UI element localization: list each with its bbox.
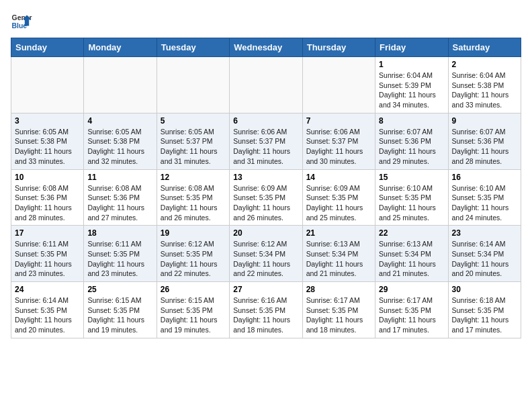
day-info: Sunrise: 6:09 AM Sunset: 5:35 PM Dayligh… bbox=[233, 183, 298, 223]
day-info: Sunrise: 6:04 AM Sunset: 5:38 PM Dayligh… bbox=[452, 71, 517, 110]
calendar-cell: 30Sunrise: 6:18 AM Sunset: 5:35 PM Dayli… bbox=[448, 282, 521, 338]
day-info: Sunrise: 6:15 AM Sunset: 5:35 PM Dayligh… bbox=[87, 295, 152, 335]
calendar-cell: 27Sunrise: 6:16 AM Sunset: 5:35 PM Dayli… bbox=[230, 282, 302, 338]
day-info: Sunrise: 6:08 AM Sunset: 5:35 PM Dayligh… bbox=[161, 183, 226, 223]
logo: General Blue bbox=[11, 11, 32, 32]
logo-icon: General Blue bbox=[11, 11, 32, 32]
calendar-week-row: 1Sunrise: 6:04 AM Sunset: 5:39 PM Daylig… bbox=[11, 57, 521, 113]
day-number: 9 bbox=[452, 116, 517, 126]
day-header-friday: Friday bbox=[375, 38, 448, 57]
calendar-cell: 14Sunrise: 6:09 AM Sunset: 5:35 PM Dayli… bbox=[302, 169, 375, 226]
day-info: Sunrise: 6:08 AM Sunset: 5:36 PM Dayligh… bbox=[87, 183, 152, 223]
day-info: Sunrise: 6:10 AM Sunset: 5:35 PM Dayligh… bbox=[452, 183, 517, 223]
day-number: 30 bbox=[452, 285, 517, 294]
day-number: 19 bbox=[161, 228, 226, 238]
day-number: 3 bbox=[15, 116, 80, 126]
day-number: 21 bbox=[306, 228, 371, 238]
calendar-cell: 17Sunrise: 6:11 AM Sunset: 5:35 PM Dayli… bbox=[11, 226, 84, 282]
day-info: Sunrise: 6:08 AM Sunset: 5:36 PM Dayligh… bbox=[15, 183, 80, 223]
day-info: Sunrise: 6:17 AM Sunset: 5:35 PM Dayligh… bbox=[306, 295, 371, 335]
calendar-cell: 4Sunrise: 6:05 AM Sunset: 5:38 PM Daylig… bbox=[84, 113, 157, 169]
day-info: Sunrise: 6:11 AM Sunset: 5:35 PM Dayligh… bbox=[15, 239, 80, 279]
day-info: Sunrise: 6:12 AM Sunset: 5:35 PM Dayligh… bbox=[161, 239, 226, 279]
day-header-saturday: Saturday bbox=[448, 38, 521, 57]
day-number: 25 bbox=[87, 285, 152, 294]
calendar-cell: 1Sunrise: 6:04 AM Sunset: 5:39 PM Daylig… bbox=[375, 57, 448, 113]
day-number: 28 bbox=[306, 285, 371, 294]
calendar-cell: 8Sunrise: 6:07 AM Sunset: 5:36 PM Daylig… bbox=[375, 113, 448, 169]
day-info: Sunrise: 6:17 AM Sunset: 5:35 PM Dayligh… bbox=[379, 295, 444, 335]
day-number: 18 bbox=[87, 228, 152, 238]
calendar-cell: 18Sunrise: 6:11 AM Sunset: 5:35 PM Dayli… bbox=[84, 226, 157, 282]
day-number: 8 bbox=[379, 116, 444, 126]
day-info: Sunrise: 6:05 AM Sunset: 5:38 PM Dayligh… bbox=[15, 127, 80, 167]
day-info: Sunrise: 6:12 AM Sunset: 5:34 PM Dayligh… bbox=[233, 239, 298, 279]
day-info: Sunrise: 6:18 AM Sunset: 5:35 PM Dayligh… bbox=[452, 295, 517, 335]
day-number: 22 bbox=[379, 228, 444, 238]
calendar-cell: 23Sunrise: 6:14 AM Sunset: 5:34 PM Dayli… bbox=[448, 226, 521, 282]
calendar-cell: 16Sunrise: 6:10 AM Sunset: 5:35 PM Dayli… bbox=[448, 169, 521, 226]
calendar-cell bbox=[230, 57, 302, 113]
calendar-cell: 22Sunrise: 6:13 AM Sunset: 5:34 PM Dayli… bbox=[375, 226, 448, 282]
day-number: 23 bbox=[452, 228, 517, 238]
calendar-header-row: SundayMondayTuesdayWednesdayThursdayFrid… bbox=[11, 38, 521, 57]
calendar-cell: 10Sunrise: 6:08 AM Sunset: 5:36 PM Dayli… bbox=[11, 169, 84, 226]
calendar-cell: 28Sunrise: 6:17 AM Sunset: 5:35 PM Dayli… bbox=[302, 282, 375, 338]
day-number: 2 bbox=[452, 60, 517, 69]
calendar-cell: 9Sunrise: 6:07 AM Sunset: 5:36 PM Daylig… bbox=[448, 113, 521, 169]
day-info: Sunrise: 6:05 AM Sunset: 5:37 PM Dayligh… bbox=[161, 127, 226, 167]
day-number: 15 bbox=[379, 173, 444, 182]
calendar-cell: 13Sunrise: 6:09 AM Sunset: 5:35 PM Dayli… bbox=[230, 169, 302, 226]
day-number: 1 bbox=[379, 60, 444, 69]
calendar-table: SundayMondayTuesdayWednesdayThursdayFrid… bbox=[11, 38, 521, 338]
calendar-cell bbox=[157, 57, 229, 113]
day-number: 13 bbox=[233, 173, 298, 182]
day-info: Sunrise: 6:05 AM Sunset: 5:38 PM Dayligh… bbox=[87, 127, 152, 167]
day-info: Sunrise: 6:09 AM Sunset: 5:35 PM Dayligh… bbox=[306, 183, 371, 223]
calendar-week-row: 3Sunrise: 6:05 AM Sunset: 5:38 PM Daylig… bbox=[11, 113, 521, 169]
day-number: 11 bbox=[87, 173, 152, 182]
day-number: 16 bbox=[452, 173, 517, 182]
calendar-cell: 2Sunrise: 6:04 AM Sunset: 5:38 PM Daylig… bbox=[448, 57, 521, 113]
day-header-monday: Monday bbox=[84, 38, 157, 57]
day-header-wednesday: Wednesday bbox=[230, 38, 302, 57]
day-number: 29 bbox=[379, 285, 444, 294]
calendar-cell: 6Sunrise: 6:06 AM Sunset: 5:37 PM Daylig… bbox=[230, 113, 302, 169]
day-number: 27 bbox=[233, 285, 298, 294]
day-header-thursday: Thursday bbox=[302, 38, 375, 57]
day-info: Sunrise: 6:16 AM Sunset: 5:35 PM Dayligh… bbox=[233, 295, 298, 335]
day-info: Sunrise: 6:10 AM Sunset: 5:35 PM Dayligh… bbox=[379, 183, 444, 223]
calendar-week-row: 10Sunrise: 6:08 AM Sunset: 5:36 PM Dayli… bbox=[11, 169, 521, 226]
day-info: Sunrise: 6:14 AM Sunset: 5:34 PM Dayligh… bbox=[452, 239, 517, 279]
day-number: 10 bbox=[15, 173, 80, 182]
calendar-cell: 29Sunrise: 6:17 AM Sunset: 5:35 PM Dayli… bbox=[375, 282, 448, 338]
calendar-cell bbox=[302, 57, 375, 113]
day-info: Sunrise: 6:13 AM Sunset: 5:34 PM Dayligh… bbox=[379, 239, 444, 279]
calendar-cell bbox=[84, 57, 157, 113]
day-header-tuesday: Tuesday bbox=[157, 38, 229, 57]
day-info: Sunrise: 6:04 AM Sunset: 5:39 PM Dayligh… bbox=[379, 71, 444, 110]
day-number: 14 bbox=[306, 173, 371, 182]
day-header-sunday: Sunday bbox=[11, 38, 84, 57]
calendar-cell: 24Sunrise: 6:14 AM Sunset: 5:35 PM Dayli… bbox=[11, 282, 84, 338]
calendar-cell: 26Sunrise: 6:15 AM Sunset: 5:35 PM Dayli… bbox=[157, 282, 229, 338]
calendar-cell bbox=[11, 57, 84, 113]
day-number: 26 bbox=[161, 285, 226, 294]
calendar-week-row: 17Sunrise: 6:11 AM Sunset: 5:35 PM Dayli… bbox=[11, 226, 521, 282]
calendar-cell: 25Sunrise: 6:15 AM Sunset: 5:35 PM Dayli… bbox=[84, 282, 157, 338]
calendar-cell: 11Sunrise: 6:08 AM Sunset: 5:36 PM Dayli… bbox=[84, 169, 157, 226]
day-number: 17 bbox=[15, 228, 80, 238]
day-number: 20 bbox=[233, 228, 298, 238]
calendar-cell: 19Sunrise: 6:12 AM Sunset: 5:35 PM Dayli… bbox=[157, 226, 229, 282]
day-info: Sunrise: 6:06 AM Sunset: 5:37 PM Dayligh… bbox=[306, 127, 371, 167]
day-info: Sunrise: 6:13 AM Sunset: 5:34 PM Dayligh… bbox=[306, 239, 371, 279]
calendar-week-row: 24Sunrise: 6:14 AM Sunset: 5:35 PM Dayli… bbox=[11, 282, 521, 338]
day-number: 7 bbox=[306, 116, 371, 126]
day-number: 5 bbox=[161, 116, 226, 126]
calendar-cell: 3Sunrise: 6:05 AM Sunset: 5:38 PM Daylig… bbox=[11, 113, 84, 169]
day-number: 24 bbox=[15, 285, 80, 294]
day-info: Sunrise: 6:07 AM Sunset: 5:36 PM Dayligh… bbox=[379, 127, 444, 167]
page-header: General Blue bbox=[11, 11, 521, 32]
day-number: 6 bbox=[233, 116, 298, 126]
day-number: 12 bbox=[161, 173, 226, 182]
